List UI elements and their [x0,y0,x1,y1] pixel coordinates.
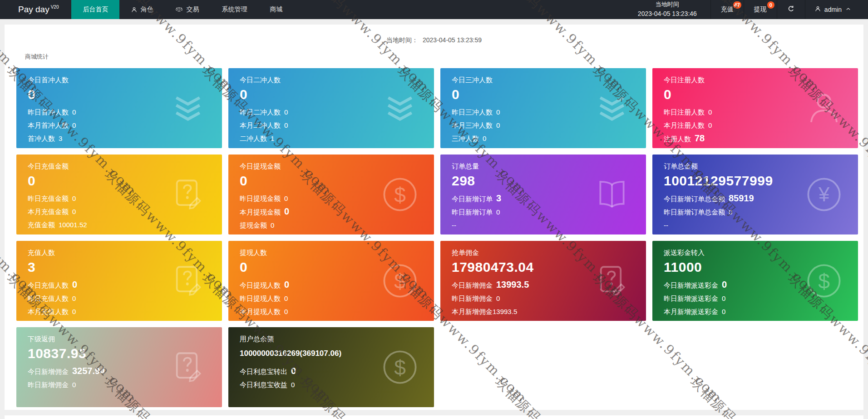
stat-card-recharge-users: 充值人数 3 今日充值人数0昨日充值人数0本月充值人数0 [16,241,222,321]
stat-label: 三冲人数 [452,135,479,142]
stat-card-third-recharge: 今日三冲人数 0 昨日三冲人数0本月三冲人数0三冲人数0 [440,68,646,148]
stat-label: 昨日充值人数 [28,294,69,302]
stat-label: 今日利息宝收益 [240,381,287,389]
navbar-right: 当地时间 2023-04-05 13:23:46 充值 47 提现 0 admi… [624,0,868,19]
app-version: V20 [51,5,59,10]
withdraw-button[interactable]: 提现 0 [744,0,777,19]
stat-value: 0 [496,121,500,129]
stat-label: -- [664,221,668,229]
stat-label: -- [452,221,456,229]
app-logo: Pay day V20 [0,0,71,19]
card-title: 提现人数 [240,249,434,257]
stat-value: 0 [722,279,727,289]
stat-value: 0 [284,108,288,116]
menu-item-trade[interactable]: 交易 [164,0,210,19]
username: admin [824,6,842,13]
menu-item-dashboard[interactable]: 后台首页 [71,0,119,19]
stat-label: 昨日新增佣金 [28,381,69,389]
layers-icon [169,90,207,127]
yen-circle-icon [805,176,843,213]
stat-value: 0 [496,294,500,302]
stat-label: 今日新增订单总金额 [664,195,725,203]
card-title: 派送彩金转入 [664,249,858,257]
local-time-value: 2023-04-05 13:23:46 [638,9,697,19]
stat-label: 昨日提现人数 [240,294,281,302]
stat-value: 0 [271,221,274,229]
card-title: 订单总量 [452,162,646,171]
menu-item-system[interactable]: 系统管理 [210,0,258,19]
stat-label: 本月提现人数 [240,308,281,315]
stat-value: 0 [72,195,76,202]
app-title: Pay day [18,5,49,15]
stats-panel: 当地时间：2023-04-05 13:23:59 商城统计 今日首冲人数 0 昨… [5,25,863,410]
stat-card-withdraw-users: 提现人数 0 今日提现人数0昨日提现人数0本月提现人数0 [228,241,434,321]
person-icon [131,6,138,13]
recharge-button[interactable]: 充值 47 [710,0,744,19]
stat-label: 昨日新增派送彩金 [664,294,718,302]
main-menu: 后台首页 角色 交易 系统管理 商城 [71,0,294,19]
person-icon [814,5,821,14]
stat-label: 二冲人数 [240,135,267,142]
stat-card-withdraw-amount: 今日提现金额 0 昨日提现金额0本月提现金额0提现金额0 [228,155,434,234]
stat-value: 0 [72,294,76,302]
stat-value: 0 [72,208,76,215]
stat-value: 0 [284,195,288,202]
stat-card-registrations: 今日注册人数 0 昨日注册人数0本月注册人数0注册人数78 [652,68,858,148]
card-stat-line: 本月新增佣金13993.5 [452,305,646,318]
stat-value: 0 [496,208,500,216]
scales-icon [176,6,183,14]
card-title: 今日三冲人数 [452,76,646,85]
stat-label: 本月注册人数 [664,121,705,129]
stat-value: 0 [72,279,77,289]
stat-label: 昨日提现金额 [240,195,281,202]
stat-value: 0 [284,308,288,315]
book-icon [593,176,631,213]
stat-label: 今日新增佣金 [452,281,493,289]
panel-local-time: 当地时间：2023-04-05 13:23:59 [5,36,863,45]
stat-value: 0 [722,308,725,315]
stat-value: 78 [695,133,705,143]
user-menu[interactable]: admin [805,0,861,19]
card-stat-line: 注册人数78 [664,132,858,145]
stat-value: 0 [284,206,289,216]
stat-label: 首冲人数 [28,135,55,142]
stat-card-first-recharge: 今日首冲人数 0 昨日首冲人数0本月首冲人数0首冲人数3 [16,68,222,148]
stat-value: 0 [708,108,712,116]
stat-label: 今日充值人数 [28,281,69,289]
bottom-strip [5,415,863,419]
stat-value: 0 [72,121,76,129]
card-title: 抢单佣金 [452,249,646,257]
stat-value: 13993.5 [493,308,517,315]
menu-item-roles[interactable]: 角色 [119,0,164,19]
dollar-circle-icon [381,262,419,299]
question-edit-icon [169,349,207,386]
menu-label: 角色 [140,5,153,14]
stat-label: 昨日充值金额 [28,195,69,202]
stat-card-order-amount: 订单总金额 10012129577999 今日新增订单总金额85919昨日新增订… [652,155,858,234]
stat-label: 本月二冲人数 [240,121,281,129]
card-stat-line: 本月新增派送彩金0 [664,305,858,318]
stat-value: 0 [291,381,295,389]
stat-value: 0 [496,108,500,116]
card-title: 用户总余额 [240,335,434,344]
recharge-label: 充值 [721,5,734,14]
menu-label: 系统管理 [222,5,247,14]
refresh-button[interactable] [777,0,805,19]
stat-value: 0 [284,121,288,129]
stat-label: 注册人数 [664,135,691,143]
stat-value: 3 [59,135,62,142]
menu-item-mall[interactable]: 商城 [258,0,294,19]
question-edit-icon [593,262,631,299]
stat-value: 10001.52 [59,221,87,229]
stat-label: 充值金额 [28,221,55,229]
question-edit-icon [169,176,207,213]
menu-label: 商城 [270,5,282,14]
recharge-badge: 47 [733,1,741,9]
stat-card-recharge-amount: 今日充值金额 0 昨日充值金额0本月充值金额0充值金额10001.52 [16,155,222,234]
stat-value: 0 [483,135,486,142]
stat-label: 今日利息宝转出 [240,368,287,375]
stat-label: 昨日新增订单总金额 [664,208,725,216]
stat-value: 0 [284,294,288,302]
stat-value: 3 [496,193,501,203]
card-title: 今日充值金额 [28,162,222,171]
